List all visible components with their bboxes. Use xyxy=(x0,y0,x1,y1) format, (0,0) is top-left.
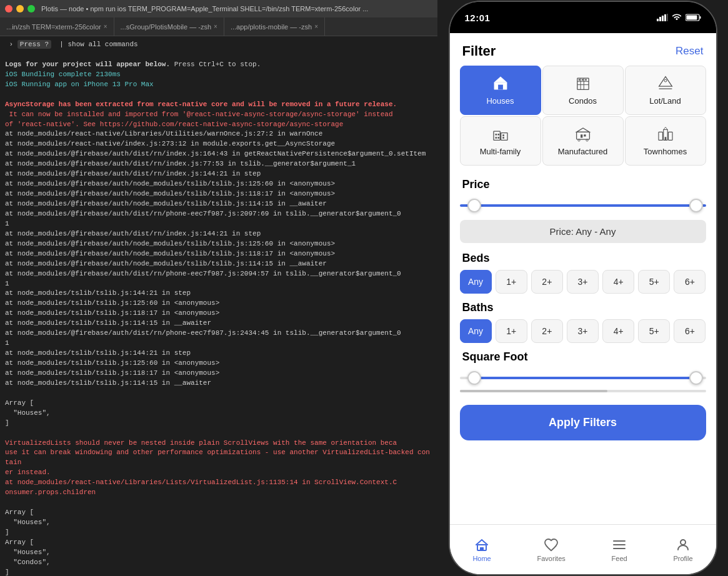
baths-option-3plus[interactable]: 3+ xyxy=(567,319,599,343)
status-bar: 12:01 xyxy=(450,2,716,33)
term-line xyxy=(5,50,432,60)
favorites-icon xyxy=(544,537,559,552)
baths-option-any[interactable]: Any xyxy=(460,319,492,343)
nav-home[interactable]: Home xyxy=(472,537,491,562)
sqft-slider-thumb-left[interactable] xyxy=(467,371,481,385)
property-type-townhomes[interactable]: Townhomes xyxy=(625,116,706,166)
reset-button[interactable]: Reset xyxy=(676,45,703,57)
term-line: at node_modules/@firebase/auth/dist/rn/p… xyxy=(5,209,432,219)
term-line: at node_modules/@firebase/auth/dist/rn/i… xyxy=(5,159,432,169)
sqft-slider-track xyxy=(460,377,706,379)
beds-option-any[interactable]: Any xyxy=(460,270,492,294)
term-line: AsyncStorage has been extracted from rea… xyxy=(5,100,432,110)
manufactured-icon xyxy=(575,126,591,142)
property-type-houses[interactable]: Houses xyxy=(460,66,541,115)
nav-profile[interactable]: Profile xyxy=(673,537,692,562)
property-condos-label: Condos xyxy=(569,96,597,106)
term-line: at node_modules/@firebase/auth/dist/rn/p… xyxy=(5,329,432,339)
beds-option-5plus[interactable]: 5+ xyxy=(638,270,670,294)
beds-option-1plus[interactable]: 1+ xyxy=(496,270,527,294)
term-line: ] xyxy=(5,528,432,538)
svg-rect-3 xyxy=(664,14,666,21)
terminal-tab-2[interactable]: ...sGroup/PlotisMobile — -zsh × xyxy=(114,17,224,36)
status-icons xyxy=(657,14,701,21)
minimize-dot[interactable] xyxy=(16,5,24,12)
profile-icon xyxy=(676,537,691,552)
svg-point-21 xyxy=(664,79,667,82)
tab-close-icon[interactable]: × xyxy=(104,23,107,30)
close-dot[interactable] xyxy=(5,5,12,12)
term-line: use it can break windowing and other per… xyxy=(5,448,432,468)
svg-point-34 xyxy=(577,139,579,141)
tab-close-icon-3[interactable]: × xyxy=(314,23,318,30)
property-type-manufactured[interactable]: Manufactured xyxy=(542,116,624,166)
phone-container: 12:01 xyxy=(437,0,728,576)
terminal-content: › Press ? | show all commands Logs for y… xyxy=(0,36,437,576)
term-line: at node_modules/tslib/tslib.js:125:60 in… xyxy=(5,359,432,369)
baths-option-2plus[interactable]: 2+ xyxy=(531,319,563,343)
beds-option-2plus[interactable]: 2+ xyxy=(531,270,563,294)
wifi-icon xyxy=(672,14,682,21)
condos-icon xyxy=(575,75,591,91)
baths-option-4plus[interactable]: 4+ xyxy=(602,319,634,343)
property-type-condos[interactable]: Condos xyxy=(542,66,624,115)
lot-land-icon xyxy=(657,75,674,91)
term-line: at node_modules/react-native/index.js:27… xyxy=(5,139,432,149)
svg-rect-33 xyxy=(584,134,586,136)
beds-option-4plus[interactable]: 4+ xyxy=(602,270,634,294)
svg-marker-9 xyxy=(494,77,507,82)
property-type-multi-family[interactable]: Multi-family xyxy=(460,116,541,166)
nav-favorites[interactable]: Favorites xyxy=(537,537,566,562)
nav-feed[interactable]: Feed xyxy=(612,537,627,562)
term-line: at node_modules/tslib/tslib.js:114:15 in… xyxy=(5,379,432,389)
baths-option-1plus[interactable]: 1+ xyxy=(496,319,527,343)
maximize-dot[interactable] xyxy=(27,5,35,12)
baths-option-6plus[interactable]: 6+ xyxy=(674,319,706,343)
svg-marker-31 xyxy=(576,128,589,132)
term-line: at node_modules/tslib/tslib.js:125:60 in… xyxy=(5,299,432,309)
terminal-tab-3[interactable]: ...app/plotis-mobile — -zsh × xyxy=(224,17,325,36)
term-line: at node_modules/@firebase/auth/node_modu… xyxy=(5,239,432,249)
terminal-panel: Plotis — node • npm run ios TERM_PROGRAM… xyxy=(0,0,437,576)
svg-rect-40 xyxy=(664,137,666,140)
terminal-tab-1[interactable]: ...in/zsh TERM=xterm-256color × xyxy=(0,17,114,36)
property-multi-family-label: Multi-family xyxy=(480,147,521,156)
svg-rect-28 xyxy=(497,137,499,139)
term-line xyxy=(5,389,432,399)
term-line: at node_modules/tslib/tslib.js:144:21 in… xyxy=(5,349,432,359)
beds-option-6plus[interactable]: 6+ xyxy=(674,270,706,294)
nav-profile-label: Profile xyxy=(673,555,692,562)
svg-rect-24 xyxy=(495,134,497,136)
tab-close-icon-2[interactable]: × xyxy=(214,23,217,30)
svg-rect-36 xyxy=(658,132,662,140)
price-slider-container[interactable] xyxy=(460,196,706,215)
sqft-slider-container[interactable] xyxy=(460,369,706,387)
baths-option-row: Any 1+ 2+ 3+ 4+ 5+ 6+ xyxy=(460,319,706,343)
houses-icon xyxy=(492,75,509,91)
baths-section-label: Baths xyxy=(450,299,716,319)
term-line: "Houses", xyxy=(5,548,432,558)
term-line: iOS Bundling complete 2130ms xyxy=(5,70,432,80)
baths-option-5plus[interactable]: 5+ xyxy=(638,319,670,343)
svg-rect-4 xyxy=(667,14,668,21)
price-section: Price Price: Any - Any xyxy=(450,176,716,249)
sqft-section-wrapper: Square Foot xyxy=(450,348,716,399)
term-line: of 'react-native'. See https://github.co… xyxy=(5,120,432,130)
term-line: at node_modules/@firebase/auth/dist/rn/i… xyxy=(5,229,432,239)
apply-filters-button[interactable]: Apply Filters xyxy=(460,405,706,440)
baths-section: Baths Any 1+ 2+ 3+ 4+ 5+ 6+ xyxy=(450,299,716,348)
term-line: Array [ xyxy=(5,538,432,548)
home-icon xyxy=(474,537,489,552)
terminal-title: Plotis — node • npm run ios TERM_PROGRAM… xyxy=(41,5,368,12)
sqft-slider-thumb-right[interactable] xyxy=(689,371,703,385)
term-line: It can now be installed and imported fro… xyxy=(5,110,432,120)
property-type-lot-land[interactable]: Lot/Land xyxy=(625,66,706,115)
svg-rect-38 xyxy=(668,132,672,140)
time-display: 12:01 xyxy=(465,12,491,23)
term-line: onsumer.props.children xyxy=(5,488,432,498)
price-slider-thumb-right[interactable] xyxy=(689,199,703,212)
property-lot-land-label: Lot/Land xyxy=(649,96,681,106)
price-slider-thumb-left[interactable] xyxy=(467,199,481,212)
beds-option-3plus[interactable]: 3+ xyxy=(567,270,599,294)
term-line: Logs for your project will appear below.… xyxy=(5,60,432,70)
